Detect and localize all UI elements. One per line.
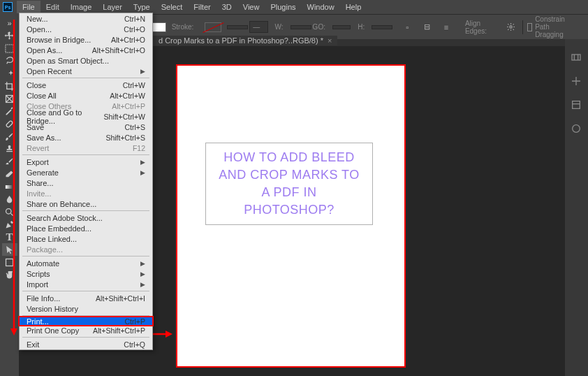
stroke-label: Stroke:: [172, 23, 194, 31]
menu-item-open-as-smart-object[interactable]: Open as Smart Object...: [20, 55, 152, 66]
path-select-tool[interactable]: [2, 243, 17, 256]
menu-shortcut: Ctrl+P: [125, 317, 145, 326]
menu-item-close-all[interactable]: Close AllAlt+Ctrl+W: [20, 90, 152, 101]
blur-tool[interactable]: [2, 193, 17, 205]
menu-item-open[interactable]: Open...Ctrl+O: [20, 24, 152, 34]
width-field[interactable]: [291, 25, 311, 29]
menu-item-label: Version History: [27, 305, 78, 313]
menu-item-label: Exit: [27, 340, 39, 349]
document-canvas[interactable]: HOW TO ADD BLEED AND CROP MARKS TO A PDF…: [176, 64, 406, 368]
menu-item-place-embedded[interactable]: Place Embedded...: [20, 223, 152, 233]
text-layer[interactable]: HOW TO ADD BLEED AND CROP MARKS TO A PDF…: [205, 143, 373, 225]
document-title: d Crop Marks to a PDF in Photoshop?..RGB…: [159, 36, 323, 45]
menu-image[interactable]: Image: [65, 1, 98, 13]
constrain-checkbox[interactable]: [527, 23, 532, 31]
menu-item-file-info[interactable]: File Info...Alt+Shift+Ctrl+I: [20, 293, 152, 303]
path-ops-icon[interactable]: ▫: [399, 19, 415, 36]
stroke-style-field[interactable]: —: [249, 21, 267, 33]
close-icon[interactable]: ×: [328, 36, 332, 45]
menu-select[interactable]: Select: [156, 1, 189, 13]
wand-tool[interactable]: [2, 67, 17, 80]
arrange-icon[interactable]: ≡: [439, 19, 454, 36]
menu-item-label: Print One Copy: [27, 326, 79, 335]
menu-shortcut: Ctrl+S: [125, 123, 145, 131]
menu-item-close[interactable]: CloseCtrl+W: [20, 80, 152, 90]
menu-separator: [22, 78, 149, 78]
menu-shortcut: Alt+Shift+Ctrl+I: [96, 294, 145, 303]
menu-plugins[interactable]: Plugins: [265, 1, 301, 13]
frame-tool[interactable]: [2, 92, 17, 105]
menu-window[interactable]: Window: [302, 1, 340, 13]
menu-filter[interactable]: Filter: [188, 1, 216, 13]
go-label: GO:: [313, 23, 325, 31]
align-edges-label: Align Edges:: [465, 20, 501, 35]
menu-file[interactable]: File: [17, 1, 41, 13]
settings-icon[interactable]: [506, 19, 515, 36]
menu-item-export[interactable]: Export▶: [20, 157, 152, 167]
stamp-tool[interactable]: [2, 143, 17, 155]
marquee-tool[interactable]: [2, 42, 17, 55]
menu-3d[interactable]: 3D: [216, 1, 237, 13]
menu-item-label: Place Embedded...: [27, 224, 91, 233]
menu-item-close-and-go-to-bridge[interactable]: Close and Go to Bridge...Shift+Ctrl+W: [20, 111, 152, 122]
menu-help[interactable]: Help: [340, 1, 367, 13]
h-label: H:: [358, 23, 365, 31]
menu-item-browse-in-bridge[interactable]: Browse in Bridge...Alt+Ctrl+O: [20, 34, 152, 45]
gradient-tool[interactable]: [2, 180, 17, 193]
hand-tool[interactable]: [2, 268, 17, 281]
height-field[interactable]: [372, 25, 392, 29]
panel-icon-1[interactable]: [571, 52, 583, 64]
menu-layer[interactable]: Layer: [97, 1, 128, 13]
menu-type[interactable]: Type: [128, 1, 156, 13]
menu-item-exit[interactable]: ExitCtrl+Q: [20, 339, 152, 349]
menu-item-new[interactable]: New...Ctrl+N: [20, 13, 152, 24]
brush-tool[interactable]: [2, 130, 17, 143]
expand-icon[interactable]: »: [2, 17, 17, 29]
panel-icon-2[interactable]: [571, 75, 583, 88]
align-icon[interactable]: ⊟: [419, 19, 434, 36]
menu-item-automate[interactable]: Automate▶: [20, 258, 152, 268]
menu-item-generate[interactable]: Generate▶: [20, 167, 152, 178]
svg-rect-7: [572, 55, 580, 60]
constrain-label: Constrain Path Dragging: [535, 15, 577, 38]
menu-item-print[interactable]: Print...Ctrl+P: [18, 316, 154, 326]
pen-tool[interactable]: [2, 218, 17, 231]
menu-item-import[interactable]: Import▶: [20, 279, 152, 289]
move-tool[interactable]: [2, 29, 17, 42]
heal-tool[interactable]: [2, 117, 17, 130]
shape-tool[interactable]: [2, 256, 17, 268]
menu-item-share-on-behance[interactable]: Share on Behance...: [20, 198, 152, 209]
menu-item-open-as[interactable]: Open As...Alt+Shift+Ctrl+O: [20, 45, 152, 55]
menu-item-scripts[interactable]: Scripts▶: [20, 268, 152, 279]
menu-item-share[interactable]: Share...: [20, 178, 152, 188]
eyedropper-tool[interactable]: [2, 105, 17, 117]
menu-item-save-as[interactable]: Save As...Shift+Ctrl+S: [20, 132, 152, 143]
type-tool[interactable]: T: [2, 231, 17, 243]
panel-icon-4[interactable]: [571, 123, 583, 136]
menu-edit[interactable]: Edit: [41, 1, 65, 13]
stroke-swatch[interactable]: [205, 22, 221, 32]
document-tab[interactable]: d Crop Marks to a PDF in Photoshop?..RGB…: [153, 36, 337, 45]
w-label: W:: [275, 23, 284, 31]
menu-item-version-history[interactable]: Version History: [20, 303, 152, 314]
link-icon[interactable]: [332, 25, 351, 29]
menu-item-print-one-copy[interactable]: Print One CopyAlt+Shift+Ctrl+P: [20, 325, 152, 335]
crop-tool[interactable]: [2, 80, 17, 92]
menu-shortcut: Alt+Shift+Ctrl+P: [93, 326, 145, 335]
menu-item-search-adobe-stock[interactable]: Search Adobe Stock...: [20, 212, 152, 223]
canvas-text: HOW TO ADD BLEED AND CROP MARKS TO A PDF…: [214, 149, 364, 219]
menu-separator: [22, 291, 149, 291]
menu-item-package: Package...: [20, 244, 152, 254]
svg-point-9: [572, 125, 580, 133]
history-brush-tool[interactable]: [2, 155, 17, 168]
menu-item-open-recent[interactable]: Open Recent▶: [20, 66, 152, 76]
menu-item-place-linked[interactable]: Place Linked...: [20, 233, 152, 244]
eraser-tool[interactable]: [2, 168, 17, 180]
menu-item-label: Package...: [27, 245, 63, 254]
lasso-tool[interactable]: [2, 55, 17, 67]
stroke-width-field[interactable]: [227, 25, 248, 29]
dodge-tool[interactable]: [2, 205, 17, 218]
menu-item-label: Automate: [27, 259, 59, 268]
panel-icon-3[interactable]: [571, 99, 583, 112]
menu-view[interactable]: View: [237, 1, 265, 13]
